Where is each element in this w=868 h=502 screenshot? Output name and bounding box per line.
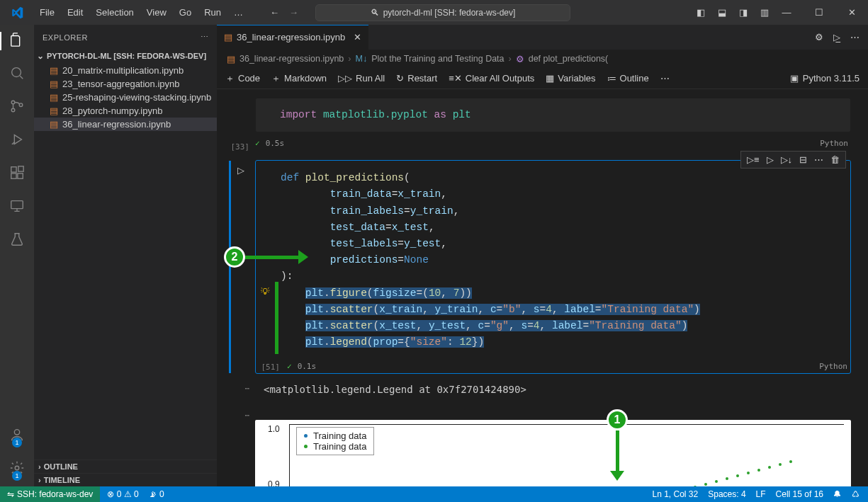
clear-outputs-button[interactable]: ≡✕Clear All Outputs: [449, 73, 534, 84]
git-gutter-added: [275, 282, 278, 354]
notebook-icon: ▤: [50, 119, 58, 130]
scatter-points: [688, 448, 830, 486]
remote-indicator[interactable]: ⇋ SSH: fedora-ws-dev: [0, 486, 100, 502]
tab-close-icon[interactable]: ✕: [354, 32, 361, 42]
file-item-selected[interactable]: ▤36_linear-regression.ipynb: [34, 118, 217, 131]
menu-more[interactable]: …: [228, 4, 249, 21]
run-debug-icon[interactable]: [9, 132, 25, 151]
menu-file[interactable]: File: [34, 4, 60, 21]
menu-selection[interactable]: Selection: [90, 4, 139, 21]
execution-count: [51]: [256, 360, 280, 373]
file-item[interactable]: ▤20_matrix-multiplication.ipynb: [34, 64, 217, 77]
exec-time: 0.5s: [266, 139, 285, 148]
plot-output: 1.0 0.9 Training data Training data: [255, 420, 851, 486]
more-cell-icon[interactable]: ⋯: [814, 154, 823, 165]
add-code-button[interactable]: ＋Code: [225, 72, 260, 85]
notebook-icon: ▤: [227, 54, 235, 64]
cell-position[interactable]: Cell 15 of 16: [776, 489, 823, 499]
file-item[interactable]: ▤23_tensor-aggregation.ipynb: [34, 77, 217, 91]
menu-edit[interactable]: Edit: [62, 4, 89, 21]
customize-layout-icon[interactable]: ▥: [760, 7, 769, 18]
command-center-search[interactable]: 🔍︎ pytorch-dl-ml [SSH: fedora-ws-dev]: [315, 4, 570, 21]
outline-section[interactable]: ›OUTLINE: [34, 460, 217, 473]
svg-rect-6: [18, 173, 23, 178]
nav-back-icon[interactable]: ←: [270, 7, 279, 18]
notebook-icon: ▤: [50, 65, 58, 76]
window-minimize-icon[interactable]: —: [770, 0, 803, 25]
menu-go[interactable]: Go: [174, 4, 197, 21]
search-icon: 🔍︎: [371, 8, 379, 18]
delete-cell-icon[interactable]: 🗑︎: [830, 154, 840, 165]
cell-output: ⋯ <matplotlib.legend.Legend at 0x7f27014…: [217, 378, 868, 401]
add-markdown-button[interactable]: ＋Markdown: [271, 72, 327, 85]
lightbulb-icon[interactable]: 💡︎: [261, 286, 269, 300]
svg-point-16: [747, 472, 750, 474]
run-all-inline-icon[interactable]: ▷̲: [833, 32, 840, 42]
svg-point-19: [779, 463, 782, 466]
svg-rect-8: [11, 201, 23, 209]
variables-button[interactable]: ▦Variables: [546, 73, 595, 84]
workspace-root[interactable]: ⌄ PYTORCH-DL-ML [SSH: FEDORA-WS-DEV]: [34, 50, 217, 64]
cursor-position[interactable]: Ln 1, Col 32: [653, 489, 699, 499]
execute-below-icon[interactable]: ▷↓: [781, 154, 793, 165]
run-by-line-icon[interactable]: ▷≡: [747, 154, 760, 165]
source-control-icon[interactable]: [9, 98, 25, 118]
window-close-icon[interactable]: ✕: [835, 0, 868, 25]
run-all-button[interactable]: ▷▷Run All: [338, 73, 385, 84]
testing-icon[interactable]: [9, 232, 25, 251]
menu-run[interactable]: Run: [198, 4, 227, 21]
run-all-icon: ▷▷: [338, 73, 352, 84]
eol-status[interactable]: LF: [756, 489, 766, 499]
search-activity-icon[interactable]: [9, 65, 25, 84]
toggle-panel-icon[interactable]: ⬓: [718, 7, 726, 18]
outline-button[interactable]: ≔Outline: [607, 73, 649, 84]
notebook-content[interactable]: import matplotlib.pyplot as plt [33] ✓0.…: [217, 89, 868, 486]
svg-point-20: [789, 460, 792, 463]
file-item[interactable]: ▤28_pytorch-numpy.ipynb: [34, 104, 217, 118]
run-cell-icon[interactable]: ▷: [237, 165, 244, 176]
more-actions-icon[interactable]: ⋯: [850, 32, 859, 42]
code-cell-focused[interactable]: ▷ ▷≡ ▷ ▷↓ ⊟ ⋯ 🗑︎ 💡︎ def plot_predictions…: [217, 160, 868, 374]
toggle-primary-sidebar-icon[interactable]: ◧: [697, 7, 705, 18]
svg-point-2: [11, 108, 15, 112]
indent-status[interactable]: Spaces: 4: [708, 489, 745, 499]
extensions-icon[interactable]: [9, 165, 25, 184]
explorer-title: EXPLORER: [43, 33, 88, 42]
settings-badge: 1: [12, 471, 22, 481]
notebook-settings-icon[interactable]: ⚙: [815, 32, 823, 42]
feedback-icon[interactable]: ♺: [852, 489, 859, 499]
svg-rect-5: [11, 173, 16, 178]
remote-explorer-icon[interactable]: [9, 198, 25, 217]
annotation-1: 1: [607, 409, 628, 430]
menu-view[interactable]: View: [141, 4, 172, 21]
window-maximize-icon[interactable]: ☐: [803, 0, 835, 25]
function-icon: ⚙: [516, 54, 524, 64]
toggle-secondary-sidebar-icon[interactable]: ◨: [739, 7, 748, 18]
svg-point-0: [12, 68, 21, 77]
breadcrumb[interactable]: ▤ 36_linear-regression.ipynb › M↓ Plot t…: [217, 50, 868, 68]
timeline-section[interactable]: ›TIMELINE: [34, 473, 217, 486]
ports-status[interactable]: 📡︎ 0: [149, 489, 164, 499]
activity-bar: 1 1: [0, 25, 34, 486]
kernel-picker[interactable]: ▣ Python 3.11.5: [790, 73, 859, 84]
accounts-icon[interactable]: 1: [9, 427, 25, 446]
explorer-more-icon[interactable]: ⋯: [201, 33, 209, 42]
chevron-right-icon: ›: [38, 476, 41, 484]
notifications-icon[interactable]: 🔔︎: [833, 489, 842, 499]
split-cell-icon[interactable]: ⊟: [799, 154, 807, 165]
problems-status[interactable]: ⊗ 0 ⚠ 0: [107, 489, 138, 499]
check-icon: ✓: [255, 139, 260, 148]
notebook-toolbar: ＋Code ＋Markdown ▷▷Run All ↻Restart ≡✕Cle…: [217, 68, 868, 89]
explorer-icon[interactable]: [9, 32, 25, 51]
legend-dot-green: [304, 445, 308, 448]
cell-toolbar: ▷≡ ▷ ▷↓ ⊟ ⋯ 🗑︎: [740, 151, 846, 169]
notebook-icon: ▤: [224, 32, 232, 42]
settings-gear-icon[interactable]: 1: [9, 460, 25, 479]
toolbar-more-icon[interactable]: ⋯: [660, 73, 670, 84]
chevron-right-icon: ›: [38, 462, 41, 471]
file-item[interactable]: ▤25-reshaping-viewing-stacking.ipynb: [34, 91, 217, 104]
output-repr: <matplotlib.legend.Legend at 0x7f2701424…: [255, 378, 851, 401]
tab-active[interactable]: ▤ 36_linear-regression.ipynb ✕: [217, 25, 369, 50]
restart-button[interactable]: ↻Restart: [396, 73, 437, 84]
execute-cell-icon[interactable]: ▷: [767, 154, 774, 165]
